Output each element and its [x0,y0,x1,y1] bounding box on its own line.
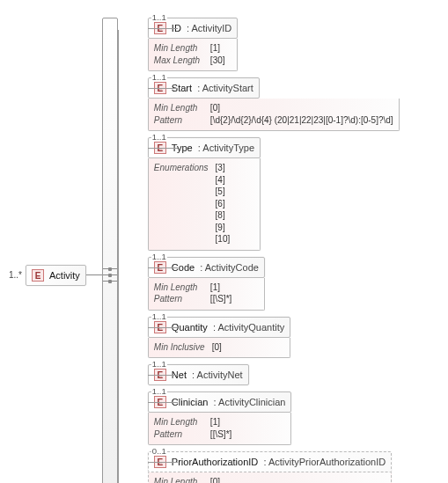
facet-row: Enumerations[3] [4] [5] [6] [8] [9] [10] [154,162,254,245]
branch-vertical-line [118,30,119,483]
child-element-box: EID : ActivityIDMin Length[1]Max Length[… [148,18,238,71]
facet-value: [[\S]*] [210,428,231,441]
facet-value: [0] [212,341,222,354]
facets-box: Enumerations[3] [4] [5] [6] [8] [9] [10] [148,158,261,251]
facet-value: [1] [210,282,220,294]
child-header: EStart : ActivityStart [148,77,400,99]
child-element-row: 1..1ENet : ActivityNet [148,364,400,385]
child-cardinality: 0..1 [151,446,167,456]
element-type: : ActivityQuantity [208,322,284,333]
facet-key: Min Length [154,42,203,55]
child-element-row: 1..1EType : ActivityTypeEnumerations[3] … [148,137,400,251]
facet-row: Pattern[\d{2}/\d{2}/\d{4} (20|21|22|23|[… [154,114,393,127]
element-node: EPriorAuthorizationID : ActivityPriorAut… [148,451,392,472]
facets-box: Min Length[0]Max Length[50] [148,472,392,483]
schema-diagram: 1..* E Activity 1..1EID : ActivityIDMin … [9,18,439,483]
facet-value: [\d{2}/\d{2}/\d{4} (20|21|22|23|[0-1]?\d… [210,114,393,127]
facet-row: Pattern[[\S]*] [154,293,259,305]
connector-line [148,28,178,29]
root-element-node: E Activity [26,265,86,286]
connector-line [148,148,178,149]
element-type: : ActivityStart [192,83,253,93]
connector-line [148,462,178,463]
facets-box: Min Length[1]Max Length[30] [148,39,238,71]
facet-key: Max Length [154,55,203,67]
facet-key: Min Length [154,476,203,483]
facets-box: Min Inclusive[0] [148,338,290,359]
facet-key: Min Length [154,282,203,294]
child-element-box: EPriorAuthorizationID : ActivityPriorAut… [148,451,392,483]
root-cardinality: 1..* [9,270,22,280]
connector-line [148,375,178,376]
facet-key: Pattern [154,293,203,305]
child-cardinality: 1..1 [151,72,167,82]
root-element-name: Activity [49,270,80,281]
element-name: PriorAuthorizationID [172,457,258,467]
root-element-group: 1..* E Activity [9,265,102,286]
connector-line [148,327,178,328]
facet-key: Pattern [154,428,203,441]
facet-row: Pattern[[\S]*] [154,428,286,441]
connector-line [148,402,178,403]
child-cardinality: 1..1 [151,252,167,261]
connector-line [148,267,178,268]
facet-value: [1] [210,42,220,55]
connector-line [148,88,178,89]
child-cardinality: 1..1 [151,386,167,396]
facet-row: Min Inclusive[0] [154,341,284,354]
facet-value: [3] [4] [5] [6] [8] [9] [10] [216,162,231,245]
facet-key: Enumerations [154,162,209,245]
child-element-box: EClinician : ActivityClinicianMin Length… [148,392,292,445]
element-type: : ActivityPriorAuthorizationID [258,457,386,467]
facet-key: Min Inclusive [154,341,205,354]
facet-row: Min Length[1] [154,42,231,55]
facet-row: Max Length[30] [154,55,231,67]
child-header: EPriorAuthorizationID : ActivityPriorAut… [148,451,392,472]
element-type: : ActivityClinician [208,397,285,407]
facet-row: Min Length[0] [154,102,393,114]
child-element-box: EQuantity : ActivityQuantityMin Inclusiv… [148,317,290,359]
child-element-row: 1..1EID : ActivityIDMin Length[1]Max Len… [148,18,400,71]
facet-key: Min Length [154,416,203,428]
child-cardinality: 1..1 [151,311,167,321]
sequence-compositor-icon [102,18,118,483]
element-type: : ActivityCode [195,262,259,273]
child-element-row: 1..1EQuantity : ActivityQuantityMin Incl… [148,317,400,359]
connector-line [86,274,102,275]
element-type: : ActivityID [181,23,231,33]
facet-row: Min Length[1] [154,282,259,294]
facet-value: [[\S]*] [210,293,231,305]
child-element-row: 1..1EClinician : ActivityClinicianMin Le… [148,392,400,445]
child-element-row: 1..1EStart : ActivityStartMin Length[0]P… [148,77,400,131]
facet-row: Min Length[1] [154,416,286,428]
element-type: : ActivityType [193,143,254,153]
facets-box: Min Length[1]Pattern[[\S]*] [148,413,292,445]
child-element-box: EType : ActivityTypeEnumerations[3] [4] … [148,137,261,251]
facets-box: Min Length[1]Pattern[[\S]*] [148,278,265,311]
child-element-row: 0..1EPriorAuthorizationID : ActivityPrio… [148,451,400,483]
child-element-box: ECode : ActivityCodeMin Length[1]Pattern… [148,257,265,311]
facet-value: [0] [210,476,220,483]
facets-box: Min Length[0]Pattern[\d{2}/\d{2}/\d{4} (… [148,99,400,131]
child-cardinality: 1..1 [151,359,167,369]
facet-value: [1] [210,416,220,428]
facet-key: Min Length [154,102,203,114]
element-type: : ActivityNet [187,370,243,380]
facet-value: [0] [210,102,220,114]
child-element-row: 1..1ECode : ActivityCodeMin Length[1]Pat… [148,257,400,311]
facet-key: Pattern [154,114,203,127]
child-cardinality: 1..1 [151,132,167,142]
element-badge-icon: E [32,269,44,282]
facet-value: [30] [210,55,225,67]
facet-row: Min Length[0] [154,476,386,483]
children-container: 1..1EID : ActivityIDMin Length[1]Max Len… [118,18,400,483]
child-cardinality: 1..1 [151,12,167,22]
child-element-box: EStart : ActivityStartMin Length[0]Patte… [148,77,400,131]
